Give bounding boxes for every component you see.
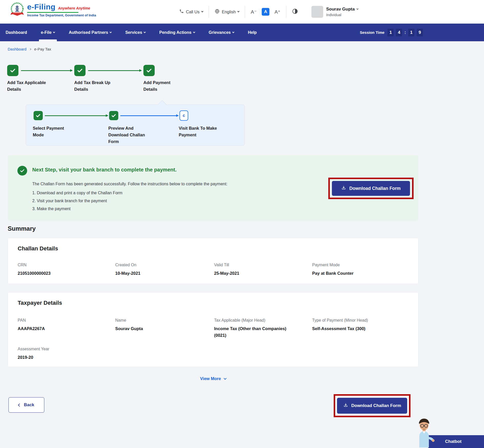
taxpayer-details-card: Taxpayer Details PAN AAAPA2267A Name Sou… [8, 292, 418, 367]
banner-instructions: 1. Download and print a copy of the Chal… [32, 189, 122, 213]
chevron-down-icon [144, 31, 146, 33]
brand-block: e-Filing Anywhere Anytime Income Tax Dep… [27, 3, 96, 17]
nav-item-services[interactable]: Services [125, 24, 145, 41]
language-label: English [222, 9, 236, 14]
chevron-down-icon [201, 10, 203, 12]
download-challan-label: Download Challan Form [351, 403, 401, 408]
chevron-down-icon [193, 31, 195, 33]
session-timer: Session Time 1 4 : 1 9 [360, 24, 423, 41]
chevron-down-icon [110, 31, 112, 33]
instruction-line: 3. Make the payment [32, 205, 122, 213]
session-digit: 1 [387, 29, 394, 36]
chevron-down-icon [356, 7, 359, 9]
instruction-line: 2. Visit your bank branch for the paymen… [32, 197, 122, 205]
phone-icon [179, 9, 184, 15]
substep-check-icon [34, 111, 43, 120]
back-button[interactable]: Back [8, 397, 44, 413]
call-us-menu[interactable]: Call Us [179, 9, 203, 15]
user-name: Sourav Gupta [326, 7, 355, 12]
payment-substepper-panel: c Select Payment Mode Preview And Downlo… [26, 105, 245, 146]
field-tax-applicable: Tax Applicable (Major Head) Income Tax (… [214, 318, 299, 339]
current-step-marker: c [180, 110, 188, 121]
nav-item-grievances[interactable]: Grievances [209, 24, 234, 41]
step-label: Add Tax Applicable Details [7, 79, 55, 93]
step-connector [88, 70, 141, 71]
contrast-toggle-icon[interactable] [292, 8, 298, 15]
summary-heading: Summary [8, 225, 36, 232]
divider [286, 6, 286, 18]
view-more-link[interactable]: View More [200, 376, 226, 381]
substep-check-icon [109, 111, 118, 120]
step-connector [21, 70, 72, 71]
session-colon: : [404, 30, 406, 35]
chevron-down-icon [237, 10, 239, 12]
download-challan-button-bottom[interactable]: Download Challan Form [337, 398, 407, 414]
step-check-icon [74, 65, 86, 76]
breadcrumb-current: e-Pay Tax [34, 47, 51, 51]
chevron-down-icon [232, 31, 234, 33]
breadcrumb-dashboard-link[interactable]: Dashboard [8, 47, 26, 51]
field-created-on: Created On 10-May-2021 [115, 263, 200, 277]
chevron-right-icon [29, 48, 31, 50]
panel-notch [158, 100, 166, 109]
main-stepper: Add Tax Applicable Details Add Tax Break… [7, 65, 238, 101]
substep-connector [120, 115, 178, 116]
chatbot-label: Chatbot [445, 439, 461, 444]
highlight-annotation: Download Challan Form [328, 178, 414, 199]
highlight-annotation: Download Challan Form [334, 394, 411, 417]
session-time-label: Session Time [360, 30, 384, 35]
brand-subtitle: Income Tax Department, Government of Ind… [27, 14, 96, 17]
challan-details-card: Challan Details CRN 21051000000023 Creat… [8, 238, 418, 284]
user-menu[interactable]: Sourav Gupta Individual [311, 6, 358, 18]
field-pan: PAN AAAPA2267A [18, 318, 100, 332]
session-digit: 9 [417, 29, 423, 36]
session-digit: 1 [408, 29, 414, 36]
chevron-left-icon [18, 403, 21, 407]
field-payment-mode: Payment Mode Pay at Bank Counter [312, 263, 412, 277]
taxpayer-details-title: Taxpayer Details [18, 300, 62, 306]
brand-tagline: Anywhere Anytime [58, 6, 90, 10]
user-type: Individual [326, 13, 358, 17]
field-assessment-year: Assessment Year 2019-20 [18, 347, 100, 361]
font-decrease-button[interactable]: A⁻ [251, 9, 257, 15]
font-default-button[interactable]: A [262, 8, 269, 16]
field-valid-till: Valid Till 25-May-2021 [214, 263, 299, 277]
chevron-down-icon [224, 377, 226, 380]
avatar [311, 6, 323, 18]
success-banner: Next Step, visit your bank branch to com… [8, 155, 418, 221]
instruction-line: 1. Download and print a copy of the Chal… [32, 189, 122, 197]
emblem-logo [10, 2, 25, 18]
session-digit: 4 [396, 29, 402, 36]
app-header: e-Filing Anywhere Anytime Income Tax Dep… [0, 0, 484, 24]
divider [209, 6, 209, 18]
nav-item-help[interactable]: Help [248, 24, 257, 41]
nav-item-dashboard[interactable]: Dashboard [6, 24, 27, 41]
nav-item-e-file[interactable]: e-File [41, 24, 55, 41]
chatbot-avatar-figure[interactable] [412, 417, 436, 448]
field-type-of-payment: Type of Payment (Minor Head) Self-Assess… [312, 318, 412, 332]
step-label: Add Tax Break Up Details [74, 79, 118, 93]
download-icon [341, 185, 346, 192]
language-menu[interactable]: English [215, 9, 239, 15]
download-challan-label: Download Challan Form [349, 186, 401, 191]
chevron-down-icon [53, 31, 55, 33]
step-check-icon [7, 65, 18, 76]
substep-label: Select Payment Mode [33, 125, 69, 138]
step-label: Add Payment Details [143, 79, 177, 93]
substep-label: Preview And Download Challan Form [108, 125, 151, 145]
font-increase-button[interactable]: A⁺ [275, 9, 280, 15]
substep-label: Visit Bank To Make Payment [179, 125, 224, 138]
divider [245, 6, 245, 18]
banner-title: Next Step, visit your bank branch to com… [32, 167, 176, 173]
breadcrumb: Dashboard e-Pay Tax [8, 47, 51, 51]
challan-details-title: Challan Details [18, 245, 58, 252]
brand-rule [27, 12, 78, 13]
download-icon [343, 403, 348, 409]
nav-item-authorised-partners[interactable]: Authorised Partners [69, 24, 111, 41]
field-name: Name Sourav Gupta [115, 318, 200, 332]
brand-title: e-Filing [27, 3, 56, 11]
chatbot-button[interactable]: Chatbot [428, 435, 484, 448]
call-us-label: Call Us [186, 9, 199, 14]
nav-item-pending-actions[interactable]: Pending Actions [159, 24, 195, 41]
download-challan-button-top[interactable]: Download Challan Form [332, 181, 410, 196]
